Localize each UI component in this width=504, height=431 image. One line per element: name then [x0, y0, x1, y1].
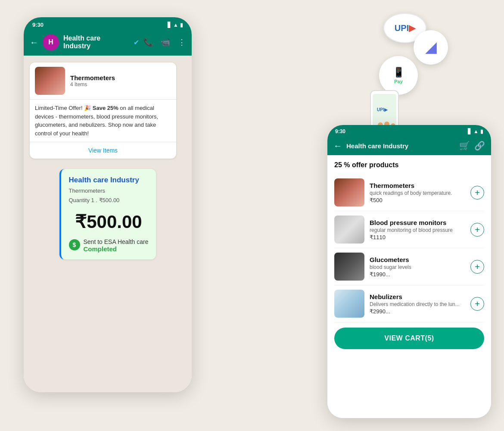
right-signal-icon: ▋ [468, 128, 472, 134]
order-business-name: Health care Industry [69, 176, 149, 184]
right-wifi-icon: ▲ [473, 128, 479, 134]
catalog-item-glucometers: Glucometers blood sugar levels ₹1990... … [334, 248, 484, 285]
right-status-bar: 9:30 ▋ ▲ ▮ [327, 125, 491, 137]
item-desc-nebulizers: Delivers medication directly to the lun.… [370, 301, 465, 307]
left-phone: 9:30 ▋ ▲ ▮ ← H Health care Industry ✔ 📞 … [24, 17, 192, 392]
product-card-header: Thermometers 4 Items [30, 62, 176, 100]
back-arrow-icon[interactable]: ← [30, 37, 38, 47]
view-cart-button[interactable]: VIEW CART(5) [334, 328, 484, 349]
product-thumbnail [35, 67, 65, 95]
offer-bold-text: Save 25% [93, 105, 118, 111]
item-name-thermometers: Thermometers [370, 182, 465, 189]
item-desc-glucometers: blood sugar levels [370, 264, 465, 270]
order-quantity: Quantity 1 . ₹500.00 [69, 196, 149, 205]
item-desc-thermometers: quick readings of body temperature. [370, 190, 465, 196]
product-card: Thermometers 4 Items Limited-Time Offer!… [30, 62, 176, 159]
offer-text-before: Limited-Time Offer! 🎉 [35, 105, 93, 111]
left-header-icons: 📞 📹 ⋮ [143, 37, 186, 47]
cart-icon[interactable]: 🛒 [459, 141, 470, 150]
add-glucometers-button[interactable]: + [470, 260, 484, 274]
order-sent-row: $ Sent to ESA Health care Completed [69, 238, 149, 253]
catalog-info-glucometers: Glucometers blood sugar levels ₹1990... [370, 256, 465, 278]
item-price-thermometers: ₹500 [370, 197, 465, 203]
item-name-bp: Blood pressure monitors [370, 219, 465, 226]
item-price-nebulizers: ₹2990... [370, 308, 465, 315]
right-signal-icons: ▋ ▲ ▮ [468, 128, 483, 134]
cart-icon-wrapper[interactable]: 🛒 [459, 141, 470, 151]
catalog-thumb-nebulizers [334, 290, 364, 318]
product-items-count: 4 Items [70, 81, 115, 87]
order-status-text: Sent to ESA Health care Completed [84, 238, 149, 253]
stripe-badge: ◢ [414, 30, 448, 65]
catalog-item-nebulizers: Nebulizers Delivers medication directly … [334, 285, 484, 322]
left-status-bar: 9:30 ▋ ▲ ▮ [24, 17, 192, 31]
left-business-name: Health care Industry [63, 34, 129, 50]
product-offer-message: Limited-Time Offer! 🎉 Save 25% on all me… [30, 100, 176, 142]
item-price-bp: ₹1110 [370, 234, 465, 240]
verified-icon: ✔ [134, 38, 139, 47]
left-chat-body: Thermometers 4 Items Limited-Time Offer!… [24, 56, 192, 392]
product-name: Thermometers [70, 74, 115, 81]
catalog-thumb-bp [334, 216, 364, 244]
right-battery-icon: ▮ [480, 128, 483, 134]
add-nebulizers-button[interactable]: + [470, 297, 484, 311]
order-item-name: Thermometers [69, 186, 149, 196]
item-name-nebulizers: Nebulizers [370, 293, 465, 300]
product-info: Thermometers 4 Items [70, 74, 115, 87]
left-header-bar: ← H Health care Industry ✔ 📞 📹 ⋮ [24, 31, 192, 56]
battery-icon: ▮ [180, 22, 183, 28]
view-items-link-container[interactable]: View Items [30, 142, 176, 159]
item-price-glucometers: ₹1990... [370, 271, 465, 278]
catalog-info-thermometers: Thermometers quick readings of body temp… [370, 182, 465, 203]
view-items-link[interactable]: View Items [88, 147, 118, 154]
item-desc-bp: regular monitoring of blood pressure [370, 227, 465, 233]
catalog-thumb-thermometers [334, 178, 364, 206]
phone-icon[interactable]: 📞 [143, 37, 153, 47]
left-signal-icons: ▋ ▲ ▮ [168, 22, 183, 28]
avatar: H [43, 34, 59, 50]
link-icon[interactable]: 🔗 [474, 141, 485, 151]
left-time: 9:30 [32, 22, 44, 28]
completed-label: Completed [84, 245, 149, 253]
right-header-bar: ← Health care Industry 🛒 🔗 [327, 137, 491, 155]
catalog-body: 25 % offer products Thermometers quick r… [327, 155, 491, 418]
catalog-info-nebulizers: Nebulizers Delivers medication directly … [370, 293, 465, 315]
svg-text:UPI▶: UPI▶ [377, 107, 388, 112]
catalog-item-bp: Blood pressure monitors regular monitori… [334, 211, 484, 248]
order-bubble: Health care Industry Thermometers Quanti… [59, 169, 156, 259]
catalog-item-thermometers: Thermometers quick readings of body temp… [334, 174, 484, 211]
sent-label: Sent to ESA Health care [84, 238, 149, 245]
right-phone: 9:30 ▋ ▲ ▮ ← Health care Industry 🛒 🔗 25… [327, 125, 491, 418]
add-thermometers-button[interactable]: + [470, 186, 484, 200]
dollar-icon: $ [69, 239, 80, 250]
catalog-info-bp: Blood pressure monitors regular monitori… [370, 219, 465, 240]
signal-bar-icon: ▋ [168, 22, 171, 28]
catalog-title: 25 % offer products [334, 161, 484, 169]
item-name-glucometers: Glucometers [370, 256, 465, 263]
menu-icon[interactable]: ⋮ [178, 37, 186, 47]
right-time: 9:30 [335, 128, 345, 134]
order-price: ₹500.00 [69, 211, 149, 232]
right-business-name: Health care Industry [346, 142, 455, 150]
catalog-thumb-glucometers [334, 253, 364, 281]
wifi-icon: ▲ [173, 22, 178, 28]
payment-icons-area: UPI▶ ◢ 📱 Pay UPI▶ [345, 13, 452, 134]
add-bp-button[interactable]: + [470, 223, 484, 237]
video-icon[interactable]: 📹 [161, 37, 170, 47]
right-back-arrow-icon[interactable]: ← [333, 141, 342, 151]
